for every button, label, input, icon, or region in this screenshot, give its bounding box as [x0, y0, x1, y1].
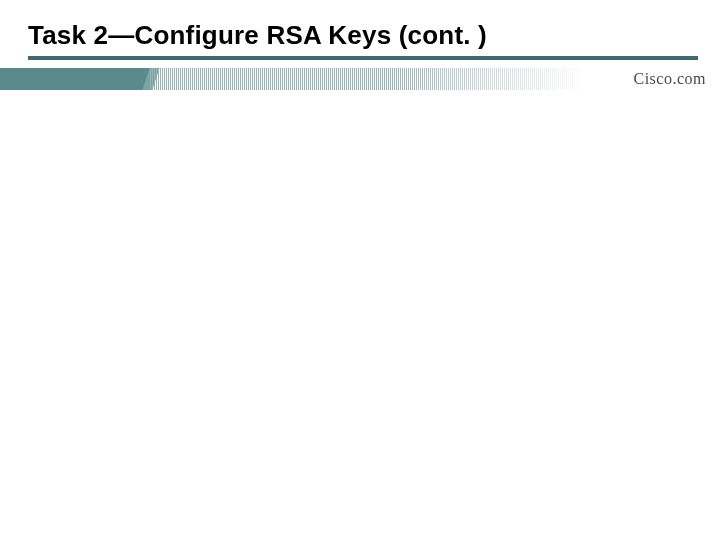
divider-accent-block — [0, 68, 150, 90]
slide-container: Task 2—Configure RSA Keys (cont. ) Cisco… — [0, 0, 720, 540]
header-divider: Cisco.com — [0, 68, 720, 90]
title-underline — [28, 56, 698, 60]
brand-label: Cisco.com — [586, 68, 720, 90]
divider-hatch-pattern — [150, 68, 586, 90]
slide-title: Task 2—Configure RSA Keys (cont. ) — [28, 20, 692, 51]
